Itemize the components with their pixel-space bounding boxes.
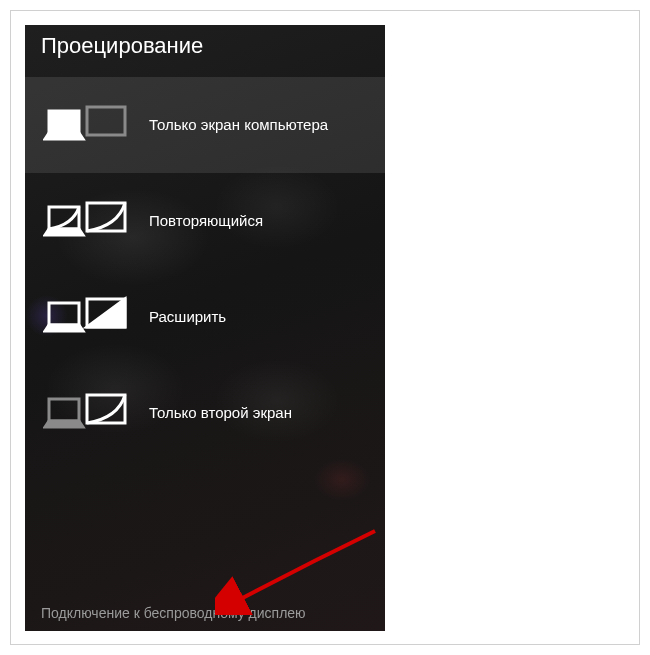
extend-icon: [43, 293, 129, 341]
screenshot-frame: Проецирование Только экран компьютера: [10, 10, 640, 645]
option-label: Расширить: [149, 307, 226, 327]
duplicate-icon: [43, 197, 129, 245]
option-pc-screen-only[interactable]: Только экран компьютера: [25, 77, 385, 173]
option-extend[interactable]: Расширить: [25, 269, 385, 365]
svg-rect-0: [49, 111, 79, 133]
option-label: Повторяющийся: [149, 211, 263, 231]
option-label: Только второй экран: [149, 403, 292, 423]
annotation-arrow: [215, 525, 385, 615]
pc-screen-only-icon: [43, 101, 129, 149]
option-second-screen-only[interactable]: Только второй экран: [25, 365, 385, 461]
option-duplicate[interactable]: Повторяющийся: [25, 173, 385, 269]
project-panel: Проецирование Только экран компьютера: [25, 25, 385, 631]
svg-rect-6: [49, 399, 79, 421]
svg-rect-1: [87, 107, 125, 135]
panel-title: Проецирование: [25, 25, 385, 77]
option-label: Только экран компьютера: [149, 115, 328, 135]
second-screen-only-icon: [43, 389, 129, 437]
wireless-display-link[interactable]: Подключение к беспроводному дисплею: [41, 605, 369, 621]
svg-rect-4: [49, 303, 79, 325]
